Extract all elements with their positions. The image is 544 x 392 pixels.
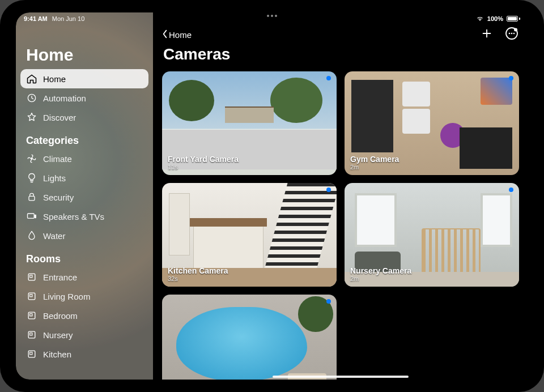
add-button[interactable] [479, 27, 494, 42]
camera-time: 2m [350, 275, 411, 282]
camera-card-nursery[interactable]: Nursery Camera 2m [345, 183, 519, 287]
camera-name: Gym Camera [350, 155, 399, 164]
room-icon [26, 348, 37, 360]
sidebar-item-label: Automation [43, 93, 86, 103]
sidebar-item-nursery[interactable]: Nursery [20, 325, 148, 344]
room-icon [26, 310, 37, 321]
camera-card-gym[interactable]: Gym Camera 2m [345, 71, 519, 175]
status-date: Mon Jun 10 [52, 15, 84, 22]
svg-rect-6 [30, 275, 32, 278]
sidebar-item-label: Lights [43, 173, 66, 183]
camera-time: 2m [350, 164, 399, 171]
svg-rect-4 [35, 215, 36, 219]
main-header: Home [162, 27, 519, 42]
sidebar-item-climate[interactable]: Climate [20, 149, 148, 168]
sidebar-item-kitchen[interactable]: Kitchen [20, 344, 148, 364]
clock-icon [26, 92, 37, 104]
battery-percent: 100% [487, 15, 503, 22]
svg-rect-11 [28, 331, 35, 338]
svg-point-16 [509, 33, 511, 35]
chevron-left-icon [162, 29, 168, 40]
status-bar: 9:41 AM Mon Jun 10 100% [16, 12, 528, 25]
tv-icon [26, 211, 37, 222]
main-content: Home Cameras [153, 12, 528, 380]
camera-card-kitchen[interactable]: Kitchen Camera 32s [162, 183, 337, 287]
svg-rect-12 [30, 333, 32, 335]
svg-rect-13 [28, 351, 35, 357]
svg-point-18 [513, 33, 515, 35]
screen: 9:41 AM Mon Jun 10 100% Home Home [16, 12, 528, 380]
sidebar-item-lights[interactable]: Lights [20, 168, 148, 188]
back-label: Home [169, 30, 192, 40]
svg-rect-8 [30, 295, 32, 297]
status-dot-icon [509, 188, 513, 192]
sidebar-item-label: Bedroom [43, 311, 78, 321]
sidebar-item-label: Water [43, 231, 65, 241]
room-icon [26, 291, 37, 302]
page-title: Cameras [163, 45, 519, 63]
app-title: Home [26, 45, 143, 65]
room-icon [26, 271, 37, 283]
status-dot-icon [326, 299, 331, 304]
room-icon [26, 329, 37, 340]
wifi-icon [476, 16, 484, 22]
sidebar-item-label: Living Room [43, 292, 90, 301]
multitask-dots-icon[interactable] [267, 15, 277, 17]
camera-label: Gym Camera 2m [350, 155, 399, 171]
sidebar-item-label: Speakers & TVs [43, 212, 104, 221]
sidebar-item-automation[interactable]: Automation [20, 88, 148, 108]
camera-card-front-yard[interactable]: Front Yard Camera 11s [162, 71, 337, 175]
water-icon [26, 230, 37, 241]
svg-rect-10 [30, 314, 32, 316]
svg-rect-5 [28, 274, 35, 280]
sidebar-item-label: Kitchen [43, 350, 71, 359]
camera-card-pool[interactable]: Pool Camera [162, 295, 337, 380]
sidebar-section-categories: Categories [26, 135, 143, 147]
bulb-icon [26, 172, 37, 184]
sidebar-item-label: Nursery [43, 330, 73, 340]
camera-name: Nursery Camera [350, 266, 411, 275]
more-button[interactable] [504, 27, 519, 42]
more-circle-icon [505, 27, 518, 42]
sidebar-item-entrance[interactable]: Entrance [20, 267, 148, 287]
lock-icon [26, 191, 37, 203]
sidebar-item-water[interactable]: Water [20, 226, 148, 245]
device-frame: 9:41 AM Mon Jun 10 100% Home Home [0, 0, 544, 392]
svg-rect-2 [29, 196, 35, 201]
sidebar-item-security[interactable]: Security [20, 188, 148, 207]
camera-time: 11s [168, 164, 239, 171]
sidebar-item-speakers-tvs[interactable]: Speakers & TVs [20, 207, 148, 226]
status-time: 9:41 AM [24, 15, 48, 22]
camera-grid: Front Yard Camera 11s [162, 71, 519, 380]
sidebar-item-label: Climate [43, 154, 72, 164]
camera-time: 32s [168, 275, 228, 282]
sidebar-item-label: Entrance [43, 272, 77, 282]
sidebar-item-home[interactable]: Home [20, 69, 148, 88]
status-dot-icon [509, 76, 513, 80]
plus-icon [481, 27, 493, 42]
svg-rect-9 [28, 312, 35, 319]
svg-point-17 [511, 33, 513, 35]
svg-rect-14 [30, 352, 32, 355]
svg-point-19 [514, 28, 517, 32]
svg-rect-7 [28, 293, 35, 300]
sidebar-item-label: Security [43, 193, 74, 202]
camera-name: Kitchen Camera [168, 266, 228, 275]
star-icon [26, 112, 37, 123]
sidebar-item-bedroom[interactable]: Bedroom [20, 306, 148, 325]
status-dot-icon [326, 76, 331, 80]
sidebar-item-discover[interactable]: Discover [20, 108, 148, 127]
home-indicator[interactable] [273, 376, 409, 378]
battery-icon [507, 16, 520, 22]
back-button[interactable]: Home [162, 29, 192, 40]
svg-rect-3 [28, 214, 35, 218]
camera-label: Front Yard Camera 11s [168, 155, 239, 171]
fan-icon [26, 153, 37, 164]
sidebar-item-label: Discover [43, 113, 76, 122]
camera-thumbnail [162, 295, 337, 380]
house-icon [26, 73, 37, 84]
sidebar-item-living-room[interactable]: Living Room [20, 287, 148, 306]
status-dot-icon [326, 188, 331, 192]
sidebar: Home Home Automation Discover Categorie [16, 12, 153, 380]
camera-name: Front Yard Camera [168, 155, 239, 164]
